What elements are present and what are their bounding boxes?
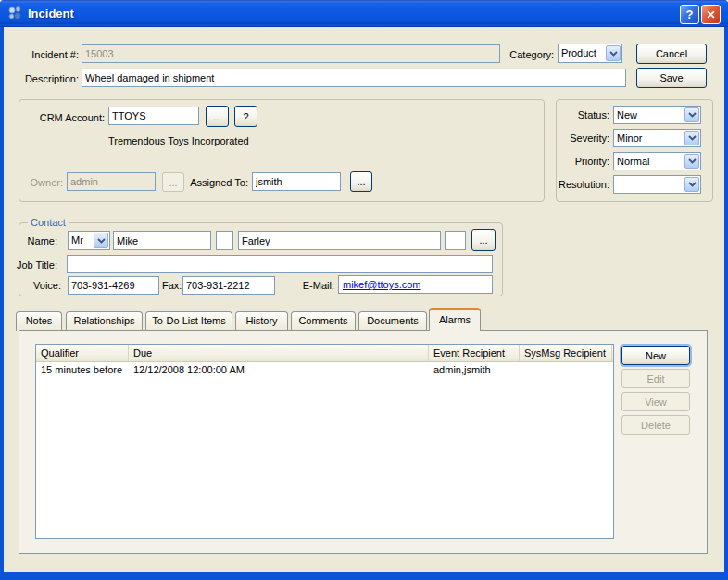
incident-number-field [82,44,500,63]
tab-alarms[interactable]: Alarms [429,308,481,331]
incident-number-label: Incident #: [9,49,79,60]
voice-label: Voice: [19,280,61,291]
owner-browse-button: ... [162,172,184,192]
priority-select[interactable]: Normal [613,152,701,170]
salutation-value: Mr [69,232,93,249]
chevron-down-icon [684,107,699,122]
column-header-event-recipient[interactable]: Event Recipient [429,345,520,361]
tab-relationships[interactable]: Relationships [66,311,143,331]
cancel-button[interactable]: Cancel [636,44,707,64]
job-title-input[interactable] [67,255,493,273]
delete-button: Delete [621,415,690,435]
email-field: mikef@ttoys.com [338,275,493,294]
tab-documents[interactable]: Documents [358,311,427,331]
alarms-table: Qualifier Due Event Recipient SysMsg Rec… [35,344,614,539]
close-icon: ✕ [706,8,715,21]
save-button[interactable]: Save [636,68,707,88]
fax-label: Fax: [162,280,182,291]
table-row[interactable]: 15 minutes before 12/12/2008 12:00:00 AM… [36,362,613,378]
description-label: Description: [9,73,79,84]
owner-label: Owner: [19,177,63,188]
tab-comments[interactable]: Comments [291,311,356,331]
new-button[interactable]: New [621,346,690,365]
help-button[interactable]: ? [680,5,699,24]
chevron-down-icon [94,233,108,248]
category-label: Category: [498,49,554,60]
status-label: Status: [552,109,609,120]
owner-field [67,172,156,191]
help-icon: ? [686,7,694,21]
column-header-qualifier[interactable]: Qualifier [36,345,129,361]
status-value: New [614,107,684,123]
app-icon [7,6,23,21]
contact-browse-button[interactable]: ... [471,229,496,251]
tab-notes[interactable]: Notes [16,311,62,331]
voice-input[interactable] [68,276,159,295]
priority-value: Normal [614,153,684,170]
column-header-due[interactable]: Due [129,345,429,361]
cell-qualifier: 15 minutes before [36,362,129,378]
crm-account-label: CRM Account: [17,112,105,123]
suffix-input[interactable] [445,231,466,250]
chevron-down-icon [606,45,621,61]
cell-event-recipient: admin,jsmith [429,362,520,378]
fax-input[interactable] [182,276,275,295]
column-header-sysmsg-recipient[interactable]: SysMsg Recipient [520,345,612,361]
contact-name-label: Name: [11,235,57,246]
severity-select[interactable]: Minor [613,129,701,147]
severity-label: Severity: [552,132,609,144]
chevron-down-icon [684,177,699,192]
assigned-to-input[interactable] [252,172,341,191]
chevron-down-icon [684,154,699,169]
priority-label: Priority: [552,156,609,167]
view-button: View [621,392,690,411]
assigned-browse-button[interactable]: ... [350,171,372,192]
alarms-table-header: Qualifier Due Event Recipient SysMsg Rec… [36,345,613,362]
close-button[interactable]: ✕ [701,5,721,24]
status-select[interactable]: New [613,106,701,124]
description-input[interactable] [82,69,626,87]
middle-initial-input[interactable] [216,231,233,250]
title-bar: Incident [0,0,728,27]
first-name-input[interactable] [113,231,211,250]
category-select[interactable]: Product [558,44,622,63]
resolution-select[interactable] [613,175,701,194]
crm-account-input[interactable] [108,107,199,125]
job-title-label: Job Title: [11,259,57,271]
account-name-text: Tremendous Toys Incorporated [108,135,249,146]
last-name-input[interactable] [238,231,441,250]
email-label: E-Mail: [293,280,334,291]
tab-todo-list-items[interactable]: To-Do List Items [145,311,232,331]
chevron-down-icon [684,131,699,145]
window-title: Incident [28,6,74,20]
category-value: Product [559,44,605,62]
incident-dialog: Incident ? ✕ Incident #: Category: Produ… [0,0,728,580]
crm-browse-button[interactable]: ... [206,106,229,127]
resolution-label: Resolution: [552,179,609,190]
cell-sysmsg-recipient [520,362,612,378]
severity-value: Minor [614,130,684,146]
email-link[interactable]: mikef@ttoys.com [343,279,421,290]
edit-button: Edit [621,369,690,388]
assigned-to-label: Assigned To: [183,177,248,188]
resolution-value [614,176,684,193]
cell-due: 12/12/2008 12:00:00 AM [129,362,429,378]
crm-help-button[interactable]: ? [234,106,257,127]
tab-history[interactable]: History [235,311,288,331]
salutation-select[interactable]: Mr [68,231,110,250]
contact-legend: Contact [28,217,69,228]
